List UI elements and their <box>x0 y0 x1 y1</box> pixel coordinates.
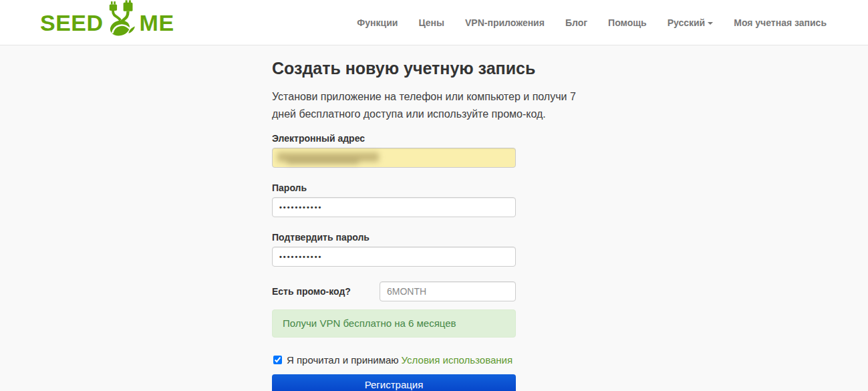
nav-item-pricing[interactable]: Цены <box>418 17 444 28</box>
promo-field-group: Есть промо-код? <box>272 281 516 301</box>
brand-logo[interactable]: SEED ME <box>40 0 174 45</box>
redacted-email-value <box>287 160 359 164</box>
brand-logo-text-right: ME <box>140 11 174 34</box>
signup-page: Создать новую учетную запись Установи пр… <box>0 45 868 391</box>
nav-item-my-account[interactable]: Моя учетная запись <box>734 17 827 28</box>
promo-label: Есть промо-код? <box>272 286 351 297</box>
nav-item-help[interactable]: Помощь <box>608 17 647 28</box>
promo-input[interactable] <box>380 281 516 301</box>
chevron-down-icon <box>708 22 713 25</box>
password-confirm-field-group: Подтвердить пароль <box>272 232 516 267</box>
promo-success-message: Получи VPN бесплатно на 6 месяцев <box>272 309 516 338</box>
page-title: Создать новую учетную запись <box>272 59 868 78</box>
email-label: Электронный адрес <box>272 133 516 144</box>
seed-plug-icon <box>104 0 139 41</box>
nav-item-blog[interactable]: Блог <box>565 17 587 28</box>
terms-checkbox[interactable] <box>273 356 282 364</box>
password-confirm-label: Подтвердить пароль <box>272 232 516 243</box>
nav-item-vpn-apps[interactable]: VPN-приложения <box>465 17 545 28</box>
password-confirm-input[interactable] <box>272 247 516 267</box>
page-subtitle: Установи приложение на телефон или компь… <box>272 88 587 123</box>
password-field-group: Пароль <box>272 182 516 217</box>
terms-row: Я прочитал и принимаю Условия использова… <box>272 354 516 366</box>
terms-link[interactable]: Условия использования <box>402 354 513 366</box>
email-field <box>272 148 516 168</box>
language-dropdown-label: Русский <box>668 17 706 28</box>
email-field-group: Электронный адрес <box>272 133 516 168</box>
main-nav: Функции Цены VPN-приложения Блог Помощь … <box>357 0 827 45</box>
language-dropdown[interactable]: Русский <box>668 17 714 28</box>
password-label: Пароль <box>272 182 516 193</box>
nav-item-features[interactable]: Функции <box>357 17 398 28</box>
header: SEED ME Фу <box>0 0 868 45</box>
brand-logo-text-left: SEED <box>40 11 104 34</box>
register-button[interactable]: Регистрация <box>272 374 516 391</box>
password-input[interactable] <box>272 197 516 217</box>
terms-text: Я прочитал и принимаю <box>287 354 399 366</box>
